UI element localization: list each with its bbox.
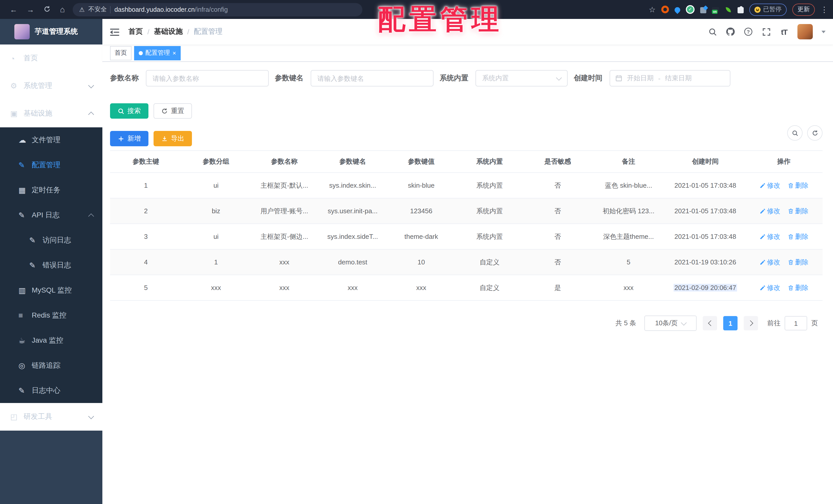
delete-link[interactable]: 删除 <box>787 181 808 190</box>
extension-leaf-icon[interactable] <box>726 7 731 12</box>
sidebar-item-home[interactable]: ◔ 首页 <box>0 45 102 72</box>
delete-link[interactable]: 删除 <box>787 257 808 267</box>
fullscreen-icon[interactable] <box>762 27 771 36</box>
edit-link[interactable]: 修改 <box>759 232 780 241</box>
sidebar-item-access-log[interactable]: ✎ 访问日志 <box>0 228 102 253</box>
sidebar-item-infra[interactable]: ▣ 基础设施 <box>0 100 102 127</box>
sidebar-item-system[interactable]: ⚙ 系统管理 <box>0 72 102 100</box>
sidebar-item-redis[interactable]: ≡ Redis 监控 <box>0 303 102 328</box>
search-icon <box>791 130 798 136</box>
table-cell: 2021-01-05 17:03:48 <box>665 181 745 189</box>
sidebar-item-label: 系统管理 <box>24 81 52 91</box>
monitor-icon: ▣ <box>10 109 23 118</box>
table-row: 4 1 xxx demo.test 10 自定义 否 5 2021-01-19 … <box>110 250 823 275</box>
sidebar-item-api-log[interactable]: ✎ API 日志 <box>0 203 102 228</box>
breadcrumb-infra[interactable]: 基础设施 <box>154 27 183 36</box>
sidebar-item-java[interactable]: ☕ Java 监控 <box>0 328 102 353</box>
column-header: 参数分组 <box>182 157 250 166</box>
user-avatar[interactable] <box>798 24 813 40</box>
trash-icon <box>787 259 793 265</box>
sidebar-item-file[interactable]: ☁ 文件管理 <box>0 127 102 152</box>
sidebar-item-label: Redis 监控 <box>32 311 66 320</box>
browser-home-icon[interactable] <box>60 5 65 14</box>
table-toolbar <box>787 125 823 141</box>
browser-forward-icon[interactable] <box>27 6 34 13</box>
chevron-icon <box>88 112 94 118</box>
search-icon[interactable] <box>708 27 717 36</box>
search-button[interactable]: 搜索 <box>110 103 148 119</box>
edit-pencil-icon <box>759 233 765 240</box>
log-icon: ✎ <box>19 386 31 395</box>
extensions-puzzle-icon[interactable] <box>738 7 744 13</box>
app-logo[interactable]: 芋道管理系统 <box>0 19 102 45</box>
reset-button[interactable]: 重置 <box>153 103 192 119</box>
extension-pin-icon[interactable] <box>673 6 681 14</box>
add-button[interactable]: 新增 <box>110 131 148 146</box>
next-page-button[interactable] <box>744 316 758 330</box>
edit-link[interactable]: 修改 <box>759 206 780 216</box>
filter-bar: 参数名称 参数键名 系统内置 系统内置 创建时间 开始日期 - 结束日期 <box>110 70 826 86</box>
sidebar-item-label: 错误日志 <box>43 260 71 270</box>
delete-link[interactable]: 删除 <box>787 232 808 241</box>
sidebar-item-log-center[interactable]: ✎ 日志中心 <box>0 378 102 403</box>
goto-page-input[interactable] <box>785 316 807 330</box>
sidebar-item-error-log[interactable]: ✎ 错误日志 <box>0 253 102 278</box>
builtin-label: 系统内置 <box>440 74 468 83</box>
page-1-button[interactable]: 1 <box>723 316 738 330</box>
edit-link[interactable]: 修改 <box>759 283 780 292</box>
toggle-search-button[interactable] <box>787 125 803 141</box>
sidebar-item-mysql[interactable]: ▥ MySQL 监控 <box>0 278 102 303</box>
prev-page-button[interactable] <box>703 316 717 330</box>
sidebar: 芋道管理系统 ◔ 首页 ⚙ 系统管理 ▣ 基础设施 ☁ 文件管理 ✎ 配置管理 … <box>0 19 102 504</box>
extension-switch-icon[interactable]: on <box>712 7 719 12</box>
browser-menu-icon[interactable] <box>820 5 828 14</box>
delete-link[interactable]: 删除 <box>787 283 808 292</box>
date-range-picker[interactable]: 开始日期 - 结束日期 <box>610 70 730 86</box>
builtin-select[interactable]: 系统内置 <box>475 70 568 86</box>
extension-donut-icon[interactable] <box>661 6 669 13</box>
browser-update-button[interactable]: 更新 <box>792 3 815 16</box>
table-cell: xxx <box>182 284 250 292</box>
table-cell-actions: 修改 删除 <box>745 206 823 216</box>
user-menu-caret-icon[interactable] <box>822 30 826 35</box>
edit-link[interactable]: 修改 <box>759 257 780 267</box>
sidebar-item-job[interactable]: ▦ 定时任务 <box>0 177 102 203</box>
font-size-icon[interactable]: tT <box>780 27 789 36</box>
help-icon[interactable]: ? <box>744 27 753 36</box>
page-size-select[interactable]: 10条/页 <box>644 316 697 331</box>
bookmark-star-icon[interactable] <box>649 5 656 14</box>
edit-link[interactable]: 修改 <box>759 181 780 190</box>
delete-link[interactable]: 删除 <box>787 206 808 216</box>
goto-label: 前往 <box>767 319 781 328</box>
param-name-input[interactable] <box>146 70 269 86</box>
github-icon[interactable] <box>726 27 735 36</box>
close-icon[interactable] <box>172 50 176 56</box>
address-bar[interactable]: 不安全 dashboard.yudao.iocoder.cn/infra/con… <box>72 3 362 16</box>
tag-config[interactable]: 配置管理 <box>134 46 181 60</box>
param-key-input[interactable] <box>311 70 433 86</box>
extension-cube-icon[interactable] <box>700 7 706 13</box>
sidebar-item-label: 访问日志 <box>43 235 71 245</box>
table-row: 1 ui 主框架页-默认... sys.index.skin... skin-b… <box>110 173 823 198</box>
table-cell: xxx <box>250 258 318 266</box>
refresh-table-button[interactable] <box>807 125 823 141</box>
browser-back-icon[interactable] <box>10 6 17 13</box>
profile-paused-chip[interactable]: 已暂停 <box>749 3 787 16</box>
edit-pencil-icon <box>759 259 765 265</box>
breadcrumb-home[interactable]: 首页 <box>128 27 143 36</box>
param-key-label: 参数键名 <box>275 74 304 83</box>
table-cell: theme-dark <box>387 233 455 241</box>
export-button[interactable]: 导出 <box>153 131 192 146</box>
browser-reload-icon[interactable] <box>44 5 51 14</box>
collapse-sidebar-icon[interactable] <box>110 29 119 36</box>
vue-devtools-icon[interactable]: ✓ <box>686 5 694 14</box>
sidebar-item-label: MySQL 监控 <box>32 286 72 295</box>
tag-home[interactable]: 首页 <box>110 46 132 60</box>
eye-icon: ◎ <box>19 361 31 370</box>
table-cell: xxx <box>592 284 665 292</box>
not-secure-warning-icon <box>79 6 85 13</box>
sidebar-item-trace[interactable]: ◎ 链路追踪 <box>0 353 102 378</box>
sidebar-item-config[interactable]: ✎ 配置管理 <box>0 152 102 177</box>
sidebar-item-devtools[interactable]: ◰ 研发工具 <box>0 403 102 431</box>
table-cell: 蓝色 skin-blue... <box>592 181 665 190</box>
